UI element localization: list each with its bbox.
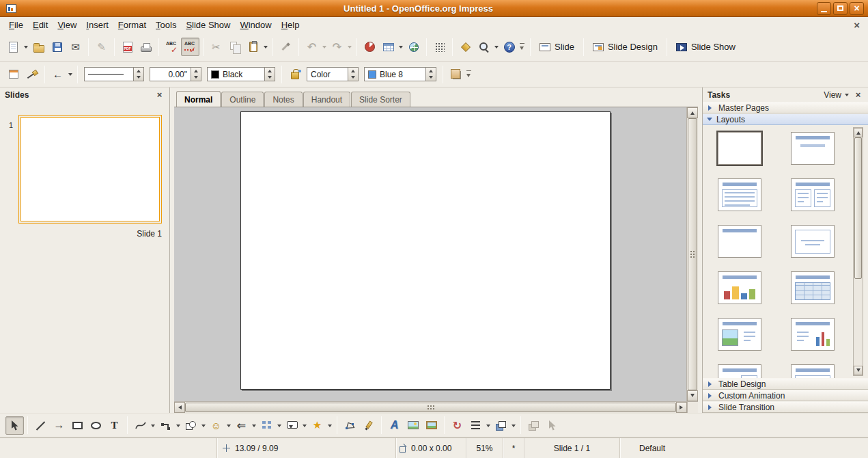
export-pdf-button[interactable] bbox=[118, 38, 137, 56]
fontwork-gallery-button[interactable] bbox=[385, 416, 404, 435]
fill-style-spin[interactable] bbox=[348, 68, 358, 81]
select-tool-button[interactable] bbox=[5, 416, 24, 435]
callouts-button[interactable] bbox=[283, 416, 301, 435]
line-width-spin[interactable] bbox=[191, 68, 201, 81]
callouts-dropdown[interactable] bbox=[301, 416, 308, 435]
flowcharts-dropdown[interactable] bbox=[276, 416, 283, 435]
glue-points-button[interactable] bbox=[359, 416, 378, 435]
layouts-scroll-down[interactable] bbox=[854, 366, 863, 375]
email-button[interactable] bbox=[66, 38, 85, 56]
block-arrows-dropdown[interactable] bbox=[251, 416, 257, 435]
menu-file[interactable]: File bbox=[4, 18, 28, 32]
line-dialog-button[interactable] bbox=[23, 65, 41, 83]
menu-tools[interactable]: Tools bbox=[151, 18, 181, 32]
tab-handout[interactable]: Handout bbox=[303, 92, 350, 107]
extrusion-button[interactable] bbox=[524, 416, 543, 435]
close-button[interactable] bbox=[850, 2, 864, 15]
spelling-button[interactable] bbox=[163, 38, 181, 56]
section-table-design[interactable]: Table Design bbox=[703, 378, 868, 390]
slide-thumbnail[interactable] bbox=[18, 115, 162, 224]
layout-title-slide[interactable] bbox=[791, 132, 835, 165]
menu-insert[interactable]: Insert bbox=[81, 18, 113, 32]
hyperlink-button[interactable] bbox=[404, 38, 423, 56]
line-color-combo[interactable]: Black bbox=[207, 67, 275, 81]
layout-title-chart[interactable] bbox=[718, 271, 761, 304]
layout-title-clipart-text[interactable] bbox=[718, 318, 761, 351]
insert-table-dropdown[interactable] bbox=[397, 38, 404, 56]
fill-style-combo[interactable]: Color bbox=[307, 67, 359, 81]
area-dialog-button[interactable] bbox=[285, 65, 304, 83]
layouts-scrollbar[interactable] bbox=[853, 127, 863, 376]
edit-file-button[interactable] bbox=[92, 38, 111, 56]
display-grid-button[interactable] bbox=[430, 38, 449, 56]
section-slide-transition[interactable]: Slide Transition bbox=[703, 401, 868, 413]
section-master-pages[interactable]: Master Pages bbox=[703, 102, 868, 113]
help-button[interactable] bbox=[500, 38, 518, 56]
layouts-scroll-up[interactable] bbox=[854, 128, 863, 137]
layout-title-spreadsheet[interactable] bbox=[791, 271, 835, 304]
layout-title-content[interactable] bbox=[718, 178, 761, 211]
basic-shapes-dropdown[interactable] bbox=[200, 416, 207, 435]
tasks-panel-close[interactable] bbox=[853, 90, 863, 100]
redo-button[interactable] bbox=[328, 38, 346, 56]
styles-and-formatting-button[interactable] bbox=[4, 65, 23, 83]
interaction-button[interactable] bbox=[543, 416, 561, 435]
cut-button[interactable] bbox=[207, 38, 225, 56]
line-width-spinner[interactable]: 0.00" bbox=[150, 67, 201, 81]
arrow-style-button[interactable] bbox=[48, 65, 67, 83]
tab-notes[interactable]: Notes bbox=[264, 92, 302, 107]
status-page-style[interactable]: Default bbox=[620, 438, 868, 458]
app-icon[interactable] bbox=[6, 4, 16, 13]
curve-tool-button[interactable] bbox=[131, 416, 150, 435]
maximize-button[interactable] bbox=[833, 2, 848, 15]
insert-chart-button[interactable] bbox=[361, 38, 379, 56]
tasks-view-menu[interactable]: View bbox=[820, 90, 853, 100]
menu-window[interactable]: Window bbox=[235, 18, 276, 32]
format-paintbrush-button[interactable] bbox=[277, 38, 295, 56]
layout-title-object[interactable] bbox=[791, 364, 835, 378]
basic-shapes-button[interactable] bbox=[182, 416, 200, 435]
horizontal-scrollbar[interactable] bbox=[174, 402, 687, 413]
text-tool-button[interactable] bbox=[105, 416, 124, 435]
connector-dropdown[interactable] bbox=[175, 416, 182, 435]
redo-dropdown[interactable] bbox=[346, 38, 353, 56]
stars-button[interactable] bbox=[308, 416, 326, 435]
arrow-tool-button[interactable] bbox=[50, 416, 68, 435]
line-tool-button[interactable] bbox=[31, 416, 50, 435]
layout-title-text-chart[interactable] bbox=[791, 318, 835, 351]
tab-outline[interactable]: Outline bbox=[221, 92, 264, 107]
flowcharts-button[interactable] bbox=[257, 416, 276, 435]
zoom-dropdown[interactable] bbox=[493, 38, 500, 56]
scroll-down-button[interactable] bbox=[687, 390, 698, 401]
layouts-scroll-track[interactable] bbox=[854, 137, 863, 366]
layouts-scroll-thumb[interactable] bbox=[854, 137, 862, 279]
horizontal-scroll-thumb[interactable] bbox=[185, 403, 676, 412]
symbol-shapes-button[interactable] bbox=[207, 416, 225, 435]
alignment-button[interactable] bbox=[466, 416, 485, 435]
line-style-combo[interactable] bbox=[84, 67, 144, 81]
vertical-scroll-track[interactable] bbox=[687, 118, 698, 390]
shadow-button[interactable] bbox=[447, 65, 465, 83]
scroll-left-button[interactable] bbox=[174, 402, 185, 413]
scroll-up-button[interactable] bbox=[687, 107, 698, 118]
ellipse-tool-button[interactable] bbox=[87, 416, 105, 435]
close-document-button[interactable] bbox=[850, 19, 864, 31]
connector-tool-button[interactable] bbox=[156, 416, 175, 435]
rectangle-tool-button[interactable] bbox=[68, 416, 87, 435]
slide-design-button[interactable]: Slide Design bbox=[587, 38, 663, 55]
block-arrows-button[interactable] bbox=[232, 416, 251, 435]
symbol-shapes-dropdown[interactable] bbox=[225, 416, 232, 435]
tab-slide-sorter[interactable]: Slide Sorter bbox=[351, 92, 410, 107]
line-style-spin[interactable] bbox=[133, 68, 143, 81]
toolbar-overflow[interactable] bbox=[518, 38, 527, 56]
minimize-button[interactable] bbox=[817, 2, 831, 15]
slide-page[interactable] bbox=[240, 111, 611, 390]
arrange-dropdown[interactable] bbox=[510, 416, 517, 435]
curve-dropdown[interactable] bbox=[150, 416, 156, 435]
alignment-dropdown[interactable] bbox=[485, 416, 492, 435]
fill-color-spin[interactable] bbox=[425, 68, 436, 81]
layout-title-text-object[interactable] bbox=[718, 364, 761, 378]
toolbar-overflow[interactable] bbox=[465, 66, 473, 83]
points-button[interactable] bbox=[341, 416, 359, 435]
menu-slide-show[interactable]: Slide Show bbox=[181, 18, 235, 32]
